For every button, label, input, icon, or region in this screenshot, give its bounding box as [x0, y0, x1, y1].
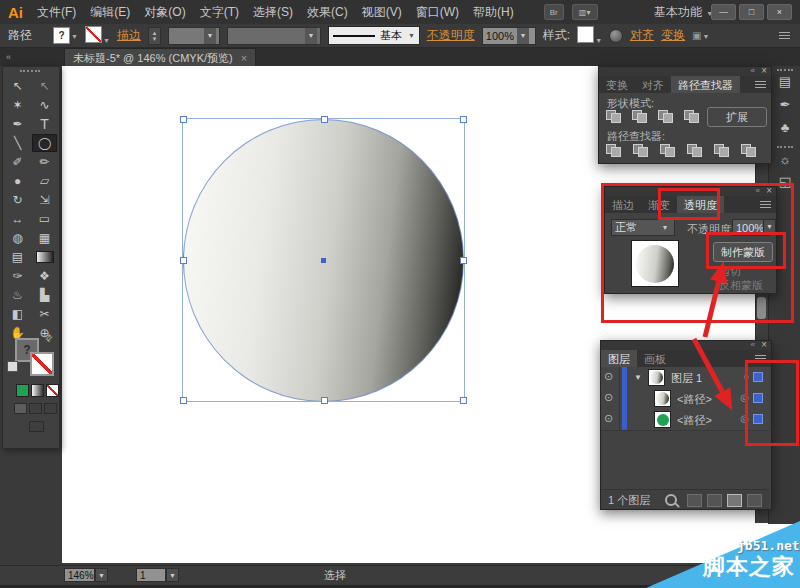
tab-stroke[interactable]: 描边 [605, 196, 641, 213]
stroke-weight-select[interactable]: ▼ [168, 27, 220, 45]
visibility-eye-icon[interactable]: ⊙ [604, 412, 613, 425]
exclude-button[interactable] [683, 109, 700, 123]
column-graph-tool[interactable]: ▙ [32, 286, 57, 304]
tab-layers[interactable]: 图层 [601, 350, 637, 367]
locate-object-icon[interactable] [665, 494, 677, 506]
collapse-toolbar-icon[interactable]: « [6, 52, 11, 62]
stroke-color-indicator[interactable] [30, 352, 54, 376]
outline-button[interactable] [713, 143, 730, 157]
close-tab-icon[interactable]: × [241, 52, 247, 64]
disclosure-triangle-icon[interactable]: ▼ [634, 373, 642, 382]
line-segment-tool[interactable]: ╲ [5, 134, 30, 152]
maximize-button[interactable]: □ [739, 4, 764, 20]
layer-row[interactable]: ⊙ <路径> ◎ [601, 409, 769, 431]
tab-transform[interactable]: 变换 [599, 76, 635, 93]
handle-right[interactable] [460, 257, 467, 264]
brushes-icon[interactable]: ✒ [769, 97, 800, 112]
delete-layer-icon[interactable] [747, 494, 762, 507]
make-mask-button[interactable]: 制作蒙版 [713, 242, 773, 262]
symbols-icon[interactable]: ♣ [769, 120, 800, 135]
selection-color-square[interactable] [753, 393, 763, 403]
handle-top[interactable] [321, 116, 328, 123]
unite-button[interactable] [605, 109, 622, 123]
perspective-grid-tool[interactable]: ▦ [32, 229, 57, 247]
draw-behind-mode-button[interactable] [29, 403, 42, 414]
workspace-switcher[interactable]: 基本功能 ▼ [654, 4, 713, 21]
tab-pathfinder[interactable]: 路径查找器 [671, 76, 740, 93]
blend-tool[interactable]: ❖ [32, 267, 57, 285]
zoom-level-select[interactable]: 146% [64, 568, 95, 582]
merge-button[interactable] [659, 143, 676, 157]
draw-inside-mode-button[interactable] [44, 403, 57, 414]
menu-item-file[interactable]: 文件(F) [37, 4, 76, 21]
trim-button[interactable] [632, 143, 649, 157]
symbol-sprayer-tool[interactable]: ♨ [5, 286, 30, 304]
artboard-tool[interactable]: ◧ [5, 305, 30, 323]
expand-button[interactable]: 扩展 [707, 107, 767, 127]
menu-item-object[interactable]: 对象(O) [144, 4, 185, 21]
menu-item-view[interactable]: 视图(V) [362, 4, 402, 21]
collapse-panel-icon[interactable]: « [751, 340, 754, 349]
path-name[interactable]: <路径> [677, 392, 712, 407]
make-clipping-mask-icon[interactable] [687, 494, 702, 507]
handle-bottom-right[interactable] [460, 397, 467, 404]
bridge-icon[interactable]: Br [544, 4, 564, 20]
selection-color-square[interactable] [753, 414, 763, 424]
handle-top-right[interactable] [460, 116, 467, 123]
stroke-link[interactable]: 描边 [117, 27, 141, 44]
handle-bottom[interactable] [321, 397, 328, 404]
layer-name[interactable]: 图层 1 [671, 371, 702, 386]
toolbar-grip[interactable] [20, 70, 40, 72]
close-button[interactable]: × [767, 4, 792, 20]
dock-grip[interactable] [777, 146, 793, 148]
clip-option[interactable]: 剪切 [719, 264, 741, 279]
target-circle-icon[interactable]: ◎ [740, 413, 749, 424]
stroke-swatch[interactable]: ▼ [85, 26, 110, 46]
mesh-tool[interactable]: ▤ [5, 248, 30, 266]
draw-normal-mode-button[interactable] [14, 403, 27, 414]
magic-wand-tool[interactable]: ✶ [5, 96, 30, 114]
gradient-button[interactable] [31, 384, 44, 397]
pen-tool[interactable]: ✒ [5, 115, 30, 133]
object-center-point[interactable] [321, 258, 326, 263]
minus-front-button[interactable] [631, 109, 648, 123]
tab-artboards[interactable]: 画板 [637, 350, 673, 367]
new-sublayer-icon[interactable] [707, 494, 722, 507]
blend-mode-select[interactable]: 正常 ▼ [611, 219, 675, 236]
collapse-panel-icon[interactable]: « [751, 66, 754, 75]
width-tool[interactable]: ↔ [5, 210, 30, 228]
lasso-tool[interactable]: ∿ [32, 96, 57, 114]
scale-tool[interactable]: ⇲ [32, 191, 57, 209]
panel-menu-icon[interactable] [755, 355, 766, 363]
crop-button[interactable] [686, 143, 703, 157]
vertical-scrollbar-thumb[interactable] [757, 297, 766, 319]
layer-row[interactable]: ⊙ <路径> ◎ [601, 388, 769, 410]
rotate-tool[interactable]: ↻ [5, 191, 30, 209]
visibility-eye-icon[interactable]: ⊙ [604, 391, 613, 404]
document-tab[interactable]: 未标题-5* @ 146% (CMYK/预览) × [64, 48, 256, 67]
tab-gradient[interactable]: 渐变 [641, 196, 677, 213]
selection-color-square[interactable] [753, 372, 763, 382]
target-circle-icon[interactable]: ○ [743, 371, 749, 382]
shape-builder-tool[interactable]: ◍ [5, 229, 30, 247]
default-fill-stroke-icon[interactable] [7, 361, 18, 372]
menu-item-help[interactable]: 帮助(H) [473, 4, 514, 21]
free-transform-tool[interactable]: ▭ [32, 210, 57, 228]
divide-button[interactable] [605, 143, 622, 157]
panel-menu-icon[interactable] [760, 201, 771, 209]
opacity-link[interactable]: 不透明度 [427, 27, 475, 44]
dock-grip[interactable] [777, 69, 793, 71]
ellipse-tool[interactable]: ◯ [32, 134, 57, 152]
handle-top-left[interactable] [180, 116, 187, 123]
menu-item-window[interactable]: 窗口(W) [416, 4, 459, 21]
document-setup-icon[interactable] [609, 29, 623, 43]
invert-mask-option[interactable]: 反相蒙版 [719, 278, 763, 293]
target-circle-icon[interactable]: ◎ [740, 392, 749, 403]
eraser-tool[interactable]: ▱ [32, 172, 57, 190]
slice-tool[interactable]: ✂ [32, 305, 57, 323]
minus-back-button[interactable] [740, 143, 757, 157]
panel-menu-icon[interactable] [755, 81, 766, 89]
path-name[interactable]: <路径> [677, 413, 712, 428]
intersect-button[interactable] [657, 109, 674, 123]
type-tool[interactable]: T [32, 115, 57, 133]
